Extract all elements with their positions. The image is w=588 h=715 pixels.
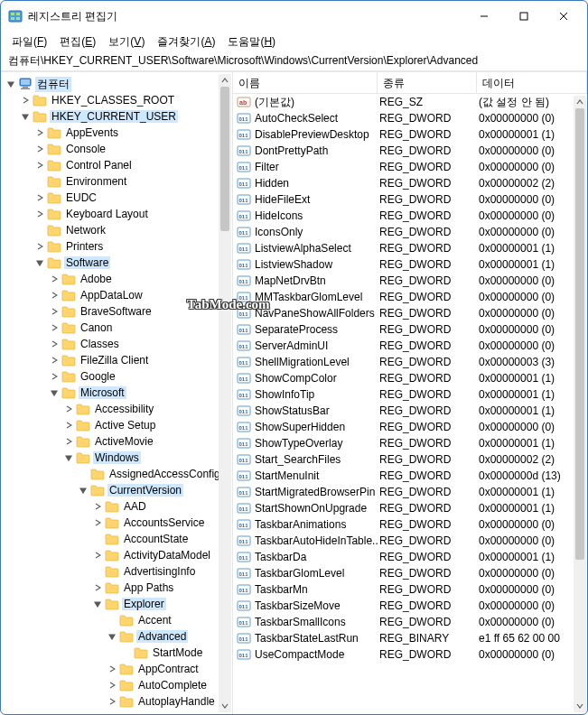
menu-help[interactable]: 도움말(H) <box>222 32 281 51</box>
tree-item[interactable]: Console <box>1 141 232 157</box>
expander-icon[interactable] <box>33 159 46 172</box>
expander-icon[interactable] <box>48 321 61 334</box>
value-row[interactable]: 011ServerAdminUIREG_DWORD0x00000000 (0) <box>233 338 587 354</box>
expander-icon[interactable] <box>91 500 104 513</box>
tree-item[interactable]: Adobe <box>1 271 232 287</box>
value-row[interactable]: 011FilterREG_DWORD0x00000000 (0) <box>233 159 587 175</box>
expander-icon[interactable] <box>48 386 61 399</box>
value-row[interactable]: 011ShowCompColorREG_DWORD0x00000001 (1) <box>233 370 587 386</box>
tree-item[interactable]: AutoComplete <box>1 677 232 693</box>
value-row[interactable]: 011ShowInfoTipREG_DWORD0x00000001 (1) <box>233 386 587 403</box>
tree-item[interactable]: Environment <box>1 173 232 190</box>
tree-item[interactable]: AccountsService <box>1 515 232 531</box>
tree-item[interactable]: AppContract <box>1 661 232 677</box>
expander-icon[interactable] <box>62 419 75 432</box>
expander-icon[interactable] <box>33 143 46 155</box>
value-row[interactable]: 011HiddenREG_DWORD0x00000002 (2) <box>233 175 587 191</box>
expander-icon[interactable] <box>33 191 46 204</box>
expander-icon[interactable] <box>19 94 32 107</box>
address-bar[interactable]: 컴퓨터\HKEY_CURRENT_USER\Software\Microsoft… <box>1 51 587 71</box>
value-row[interactable]: 011DontPrettyPathREG_DWORD0x00000000 (0) <box>233 143 587 159</box>
tree-item[interactable]: ActivityDataModel <box>1 547 232 563</box>
col-name[interactable]: 이름 <box>233 72 378 93</box>
tree-item[interactable]: AccountState <box>1 531 232 547</box>
value-row[interactable]: 011StartMigratedBrowserPinREG_DWORD0x000… <box>233 484 587 500</box>
tree-item[interactable]: Accessibility <box>1 401 232 417</box>
expander-icon[interactable] <box>106 679 118 692</box>
list-pane[interactable]: 이름 종류 데이터 ab(기본값)REG_SZ(값 설정 안 됨)011Auto… <box>233 72 587 714</box>
tree-item[interactable]: AdvertisingInfo <box>1 563 232 580</box>
menu-view[interactable]: 보기(V) <box>103 32 150 51</box>
expander-icon[interactable] <box>62 403 75 415</box>
tree-item[interactable]: AssignedAccessConfig <box>1 466 232 482</box>
menu-edit[interactable]: 편집(E) <box>54 32 101 51</box>
close-button[interactable] <box>544 3 583 30</box>
tree-item[interactable]: AppDataLow <box>1 287 232 303</box>
expander-icon[interactable] <box>91 581 104 594</box>
expander-icon[interactable] <box>48 354 61 367</box>
tree-item[interactable]: StartMode <box>1 645 232 661</box>
expander-icon[interactable] <box>77 484 89 497</box>
expander-icon[interactable] <box>48 338 61 350</box>
value-row[interactable]: 011MMTaskbarGlomLevelREG_DWORD0x00000000… <box>233 289 587 305</box>
tree-item[interactable]: Software <box>1 255 232 271</box>
tree-item[interactable]: Active Setup <box>1 417 232 433</box>
expander-icon[interactable] <box>19 110 32 123</box>
value-row[interactable]: 011ShellMigrationLevelREG_DWORD0x0000000… <box>233 354 587 370</box>
tree-pane[interactable]: 컴퓨터HKEY_CLASSES_ROOTHKEY_CURRENT_USERApp… <box>1 72 233 714</box>
menu-file[interactable]: 파일(F) <box>6 32 52 51</box>
value-row[interactable]: 011StartShownOnUpgradeREG_DWORD0x0000000… <box>233 500 587 516</box>
expander-icon[interactable] <box>106 663 118 675</box>
tree-item[interactable]: Advanced <box>1 628 232 645</box>
value-row[interactable]: 011UseCompactModeREG_DWORD0x00000000 (0) <box>233 646 587 663</box>
value-row[interactable]: 011ShowSuperHiddenREG_DWORD0x00000000 (0… <box>233 419 587 435</box>
value-row[interactable]: 011TaskbarDaREG_DWORD0x00000001 (1) <box>233 549 587 565</box>
tree-item[interactable]: AAD <box>1 498 232 515</box>
col-data[interactable]: 데이터 <box>477 72 587 93</box>
tree-item[interactable]: ActiveMovie <box>1 433 232 450</box>
expander-icon[interactable] <box>33 240 46 253</box>
value-row[interactable]: 011SeparateProcessREG_DWORD0x00000000 (0… <box>233 321 587 338</box>
value-row[interactable]: 011TaskbarAutoHideInTable...REG_DWORD0x0… <box>233 533 587 549</box>
value-row[interactable]: 011ListviewAlphaSelectREG_DWORD0x0000000… <box>233 240 587 256</box>
value-row[interactable]: 011TaskbarGlomLevelREG_DWORD0x00000000 (… <box>233 565 587 581</box>
value-row[interactable]: 011NavPaneShowAllFoldersREG_DWORD0x00000… <box>233 305 587 321</box>
expander-icon[interactable] <box>48 289 61 302</box>
value-row[interactable]: ab(기본값)REG_SZ(값 설정 안 됨) <box>233 94 587 110</box>
titlebar[interactable]: 레지스트리 편집기 <box>1 1 587 32</box>
tree-item[interactable]: Explorer <box>1 596 232 612</box>
value-row[interactable]: 011HideFileExtREG_DWORD0x00000000 (0) <box>233 191 587 208</box>
expander-icon[interactable] <box>106 695 118 708</box>
expander-icon[interactable] <box>5 78 17 90</box>
tree-item[interactable]: FileZilla Client <box>1 352 232 368</box>
list-header[interactable]: 이름 종류 데이터 <box>233 72 587 94</box>
value-row[interactable]: 011MapNetDrvBtnREG_DWORD0x00000000 (0) <box>233 273 587 289</box>
tree-item[interactable]: BraveSoftware <box>1 303 232 320</box>
tree-item[interactable]: Keyboard Layout <box>1 206 232 222</box>
tree-item[interactable]: Classes <box>1 336 232 352</box>
list-scrollbar[interactable] <box>574 96 586 712</box>
expander-icon[interactable] <box>48 273 61 285</box>
expander-icon[interactable] <box>91 549 104 562</box>
expander-icon[interactable] <box>62 451 75 464</box>
tree-item[interactable]: CurrentVersion <box>1 482 232 498</box>
value-row[interactable]: 011AutoCheckSelectREG_DWORD0x00000000 (0… <box>233 110 587 126</box>
tree-item[interactable]: EUDC <box>1 190 232 206</box>
expander-icon[interactable] <box>48 370 61 383</box>
expander-icon[interactable] <box>33 256 46 269</box>
value-row[interactable]: 011Start_SearchFilesREG_DWORD0x00000002 … <box>233 451 587 468</box>
value-row[interactable]: 011TaskbarStateLastRunREG_BINARYe1 ff 65… <box>233 630 587 646</box>
tree-item[interactable]: Control Panel <box>1 157 232 173</box>
expander-icon[interactable] <box>106 630 118 643</box>
value-row[interactable]: 011ShowStatusBarREG_DWORD0x00000001 (1) <box>233 403 587 419</box>
tree-item[interactable]: Canon <box>1 320 232 336</box>
value-row[interactable]: 011TaskbarSmallIconsREG_DWORD0x00000000 … <box>233 614 587 630</box>
value-row[interactable]: 011ShowTypeOverlayREG_DWORD0x00000001 (1… <box>233 435 587 451</box>
expander-icon[interactable] <box>33 126 46 139</box>
tree-scrollbar[interactable] <box>219 74 231 712</box>
tree-item[interactable]: App Paths <box>1 580 232 596</box>
tree-item[interactable]: AutoplayHandle <box>1 693 232 710</box>
value-row[interactable]: 011TaskbarMnREG_DWORD0x00000000 (0) <box>233 581 587 598</box>
maximize-button[interactable] <box>504 3 544 30</box>
tree-item[interactable]: Google <box>1 368 232 385</box>
